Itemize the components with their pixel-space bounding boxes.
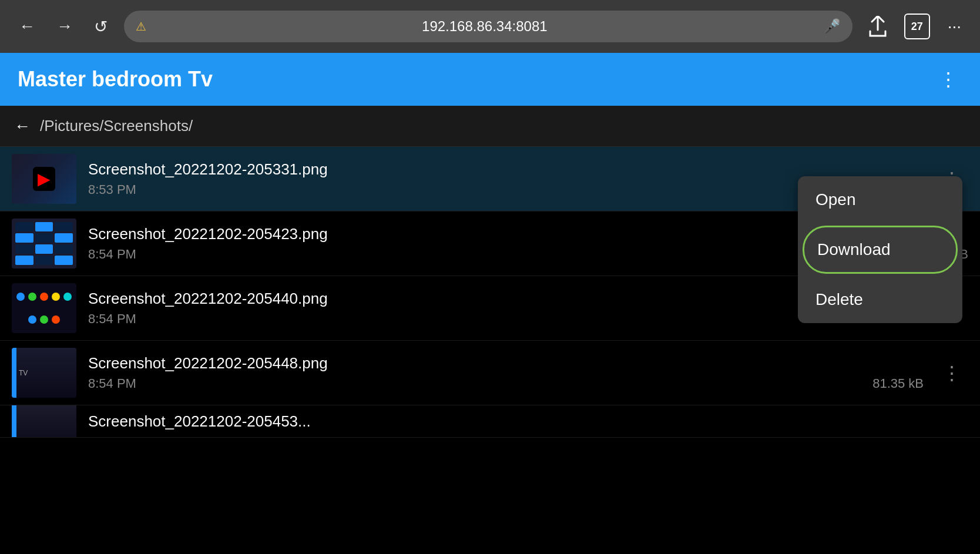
app-header: Master bedroom Tv ⋮ (0, 53, 980, 106)
more-button[interactable]: ··· (943, 12, 966, 41)
file-thumbnail (12, 219, 76, 268)
warning-icon: ⚠ (136, 19, 146, 33)
item-more-button[interactable]: ⋮ (935, 357, 968, 389)
file-meta: 8:54 PM 81.35 kB (88, 376, 924, 391)
back-button[interactable]: ← (14, 12, 40, 41)
context-menu-open[interactable]: Open (798, 176, 962, 223)
context-menu-download[interactable]: Download (803, 226, 958, 274)
file-time: 8:54 PM (88, 376, 136, 391)
app-title: Master bedroom Tv (18, 67, 213, 92)
file-thumbnail: TV (12, 348, 76, 398)
file-item[interactable]: Screenshot_20221202-205453... (0, 405, 980, 438)
browser-actions: 27 ··· (864, 11, 966, 42)
share-button[interactable] (864, 11, 891, 42)
file-info: Screenshot_20221202-205453... (88, 412, 968, 431)
address-bar[interactable]: ⚠ 192.168.86.34:8081 🎤 (124, 11, 853, 42)
context-menu-delete[interactable]: Delete (798, 276, 962, 323)
tabs-button[interactable]: 27 (904, 14, 930, 39)
browser-chrome: ← → ↺ ⚠ 192.168.86.34:8081 🎤 27 ··· (0, 0, 980, 53)
reload-button[interactable]: ↺ (89, 12, 112, 41)
file-thumbnail (12, 283, 76, 333)
file-size: 81.35 kB (872, 376, 924, 391)
file-thumbnail (12, 154, 76, 204)
path-text: /Pictures/Screenshots/ (40, 117, 193, 135)
address-text: 192.168.86.34:8081 (153, 18, 816, 35)
path-bar: ← /Pictures/Screenshots/ (0, 106, 980, 147)
file-name: Screenshot_20221202-205331.png (88, 160, 924, 179)
file-info: Screenshot_20221202-205448.png 8:54 PM 8… (88, 354, 924, 391)
file-time: 8:53 PM (88, 182, 136, 197)
file-item[interactable]: TV Screenshot_20221202-205448.png 8:54 P… (0, 341, 980, 405)
path-back-button[interactable]: ← (14, 117, 31, 136)
context-menu: Open Download Delete (798, 176, 962, 323)
file-time: 8:54 PM (88, 247, 136, 262)
header-more-button[interactable]: ⋮ (934, 63, 962, 95)
file-name: Screenshot_20221202-205453... (88, 412, 968, 431)
file-name: Screenshot_20221202-205448.png (88, 354, 924, 372)
file-thumbnail (12, 405, 76, 438)
file-time: 8:54 PM (88, 311, 136, 327)
forward-button[interactable]: → (52, 12, 78, 41)
mic-icon: 🎤 (823, 18, 841, 35)
